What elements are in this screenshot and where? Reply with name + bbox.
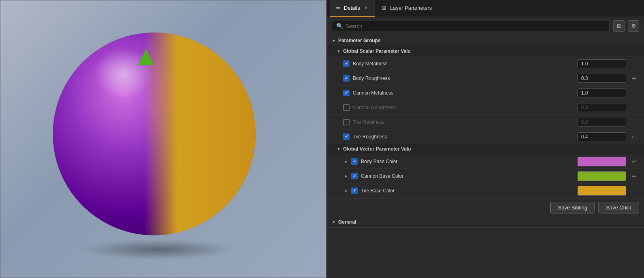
global-vector-arrow: ▼	[337, 147, 341, 151]
value-cannon-metalness[interactable]: 1.0	[577, 88, 626, 97]
action-bar: Save Sibling Save Child	[327, 198, 644, 217]
value-body-metalness[interactable]: 1.0	[577, 59, 626, 68]
label-body-roughness: Body Roughness	[353, 75, 577, 81]
parameter-groups-label: Parameter Groups	[338, 38, 381, 43]
tab-details[interactable]: ✏ Details ✕	[330, 0, 375, 17]
color-cannon-base-color[interactable]	[577, 171, 626, 181]
global-vector-header[interactable]: ▼ Global Vector Parameter Valu	[327, 144, 644, 154]
checkbox-body-roughness[interactable]	[343, 75, 350, 82]
color-tire-base-color[interactable]	[577, 186, 626, 196]
expand-cannon-base-color[interactable]: ▶	[343, 173, 349, 179]
label-body-metalness: Body Metalness	[353, 61, 577, 67]
parameter-groups-header[interactable]: ▼ Parameter Groups	[327, 35, 644, 46]
global-scalar-header[interactable]: ▼ Global Scalar Parameter Valu	[327, 46, 644, 56]
parameter-groups-arrow: ▼	[332, 39, 336, 43]
param-row-tire-base-color: ▶ Tire Base Color	[327, 183, 644, 198]
general-label: General	[338, 219, 356, 225]
value-tire-metalness[interactable]: 0.0	[577, 118, 626, 127]
param-row-cannon-metalness: Cannon Metalness 1.0	[327, 86, 644, 100]
tab-layer-params[interactable]: ⊞ Layer Parameters	[376, 0, 437, 17]
checkbox-cannon-roughness[interactable]	[343, 104, 350, 111]
param-row-tire-roughness: Tire Roughness 0.4 ↩	[327, 129, 644, 144]
label-cannon-metalness: Cannon Metalness	[353, 90, 577, 96]
label-body-base-color: Body Base Color	[361, 159, 577, 164]
param-row-body-roughness: Body Roughness 0.3 ↩	[327, 71, 644, 86]
general-header[interactable]: ▼ General	[327, 217, 644, 228]
general-arrow: ▼	[332, 220, 336, 224]
checkbox-cannon-base-color[interactable]	[351, 173, 358, 179]
color-body-base-color[interactable]	[577, 157, 626, 166]
settings-button[interactable]: ⚙	[628, 20, 639, 32]
param-row-tire-metalness: Tire Metalness 0.0	[327, 115, 644, 129]
checkbox-tire-base-color[interactable]	[351, 187, 358, 194]
param-row-body-base-color: ▶ Body Base Color ↩	[327, 154, 644, 169]
ball-shadow	[81, 239, 235, 260]
tab-bar: ✏ Details ✕ ⊞ Layer Parameters	[327, 0, 644, 17]
ball-container	[41, 24, 276, 252]
label-cannon-roughness: Cannon Roughness	[353, 105, 577, 110]
panel-content: ▼ Parameter Groups ▼ Global Scalar Param…	[327, 35, 644, 278]
search-icon: 🔍	[336, 23, 343, 29]
param-row-cannon-roughness: Cannon Roughness 0.3	[327, 100, 644, 115]
checkbox-tire-roughness[interactable]	[343, 134, 350, 140]
layers-icon: ⊞	[381, 5, 388, 11]
reset-body-base-color[interactable]: ↩	[629, 157, 639, 166]
tab-details-close[interactable]: ✕	[363, 4, 370, 12]
label-tire-roughness: Tire Roughness	[353, 134, 577, 140]
expand-body-base-color[interactable]: ▶	[343, 159, 349, 164]
3d-viewport	[0, 0, 326, 278]
value-cannon-roughness[interactable]: 0.3	[577, 103, 626, 112]
value-body-roughness[interactable]: 0.3	[577, 74, 626, 83]
expand-tire-base-color[interactable]: ▶	[343, 188, 349, 194]
ball-yellow-region	[144, 32, 255, 235]
search-bar: 🔍 ⊞ ⚙	[327, 17, 644, 35]
label-tire-metalness: Tire Metalness	[353, 119, 577, 125]
reset-tire-roughness[interactable]: ↩	[629, 132, 639, 142]
global-scalar-arrow: ▼	[337, 49, 341, 54]
label-tire-base-color: Tire Base Color	[361, 188, 577, 194]
reset-cannon-base-color[interactable]: ↩	[629, 171, 639, 181]
grid-view-button[interactable]: ⊞	[613, 20, 625, 32]
search-input[interactable]	[346, 23, 605, 29]
pencil-icon: ✏	[335, 5, 341, 11]
tab-details-label: Details	[344, 5, 360, 11]
checkbox-body-metalness[interactable]	[343, 60, 350, 67]
global-scalar-label: Global Scalar Parameter Valu	[343, 48, 411, 54]
global-vector-label: Global Vector Parameter Valu	[343, 146, 411, 152]
ball-green-triangle	[138, 49, 154, 65]
3d-ball	[53, 32, 255, 235]
tab-layer-params-label: Layer Parameters	[390, 5, 432, 11]
param-row-cannon-base-color: ▶ Cannon Base Color ↩	[327, 169, 644, 183]
save-child-button[interactable]: Save Child	[598, 202, 639, 213]
label-cannon-base-color: Cannon Base Color	[361, 173, 577, 179]
right-panel: ✏ Details ✕ ⊞ Layer Parameters 🔍 ⊞ ⚙ ▼ P…	[326, 0, 644, 278]
param-row-body-metalness: Body Metalness 1.0	[327, 56, 644, 71]
value-tire-roughness[interactable]: 0.4	[577, 132, 626, 141]
search-input-wrap[interactable]: 🔍	[332, 21, 610, 31]
reset-body-roughness[interactable]: ↩	[629, 73, 639, 83]
checkbox-body-base-color[interactable]	[351, 158, 358, 165]
checkbox-tire-metalness[interactable]	[343, 119, 350, 125]
save-sibling-button[interactable]: Save Sibling	[550, 202, 595, 213]
checkbox-cannon-metalness[interactable]	[343, 90, 350, 96]
